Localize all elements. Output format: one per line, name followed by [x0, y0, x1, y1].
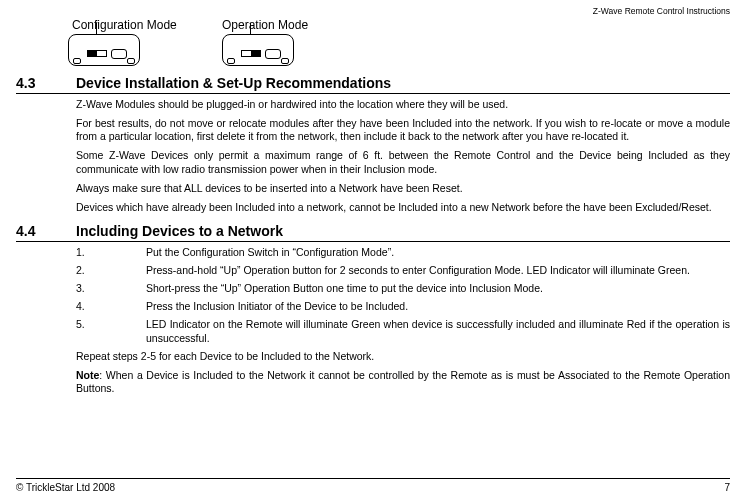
- section-title: Device Installation & Set-Up Recommendat…: [76, 75, 391, 91]
- section-number: 4.3: [16, 75, 76, 91]
- note-body: : When a Device is Included to the Netwo…: [76, 369, 730, 394]
- operation-mode-label: Operation Mode: [222, 18, 308, 32]
- section-number: 4.4: [16, 223, 76, 239]
- note-text: Note: When a Device is Included to the N…: [76, 369, 730, 395]
- paragraph: Devices which have already been Included…: [76, 201, 730, 214]
- button-icon: [265, 49, 281, 59]
- list-number: 2.: [76, 264, 146, 277]
- list-item: 1. Put the Configuration Switch in “Conf…: [76, 246, 730, 259]
- list-number: 5.: [76, 318, 146, 344]
- list-number: 4.: [76, 300, 146, 313]
- list-item: 3. Short-press the “Up” Operation Button…: [76, 282, 730, 295]
- device-operation-mode-icon: [222, 34, 294, 66]
- pointer-line-icon: [96, 23, 97, 35]
- list-number: 1.: [76, 246, 146, 259]
- config-switch-icon: [241, 50, 261, 57]
- paragraph: Some Z-Wave Devices only permit a maximu…: [76, 149, 730, 175]
- section-4-3-body: Z-Wave Modules should be plugged-in or h…: [76, 98, 730, 220]
- list-text: Short-press the “Up” Operation Button on…: [146, 282, 730, 295]
- page-footer: © TrickleStar Ltd 2008 7: [16, 478, 730, 493]
- paragraph: For best results, do not move or relocat…: [76, 117, 730, 143]
- list-number: 3.: [76, 282, 146, 295]
- list-text: Press-and-hold “Up” Operation button for…: [146, 264, 730, 277]
- list-item: 5. LED Indicator on the Remote will illu…: [76, 318, 730, 344]
- repeat-text: Repeat steps 2-5 for each Device to be I…: [76, 350, 730, 363]
- paragraph: Z-Wave Modules should be plugged-in or h…: [76, 98, 730, 111]
- footer-page-number: 7: [724, 482, 730, 493]
- section-4-4-body: 1. Put the Configuration Switch in “Conf…: [76, 246, 730, 395]
- list-text: Press the Inclusion Initiator of the Dev…: [146, 300, 730, 313]
- section-4-3-heading: 4.3 Device Installation & Set-Up Recomme…: [16, 75, 730, 94]
- list-item: 4. Press the Inclusion Initiator of the …: [76, 300, 730, 313]
- list-item: 2. Press-and-hold “Up” Operation button …: [76, 264, 730, 277]
- mode-label-row: Configuration Mode Operation Mode: [72, 18, 730, 32]
- pointer-line-icon: [250, 23, 251, 35]
- footer-copyright: © TrickleStar Ltd 2008: [16, 482, 115, 493]
- config-switch-icon: [87, 50, 107, 57]
- list-text: LED Indicator on the Remote will illumin…: [146, 318, 730, 344]
- section-4-4-heading: 4.4 Including Devices to a Network: [16, 223, 730, 242]
- device-config-mode-icon: [68, 34, 140, 66]
- note-label: Note: [76, 369, 99, 381]
- button-icon: [111, 49, 127, 59]
- list-text: Put the Configuration Switch in “Configu…: [146, 246, 730, 259]
- device-diagrams: [68, 34, 730, 66]
- paragraph: Always make sure that ALL devices to be …: [76, 182, 730, 195]
- section-title: Including Devices to a Network: [76, 223, 283, 239]
- page-header-right: Z-Wave Remote Control Instructions: [16, 6, 730, 16]
- config-mode-label: Configuration Mode: [72, 18, 222, 32]
